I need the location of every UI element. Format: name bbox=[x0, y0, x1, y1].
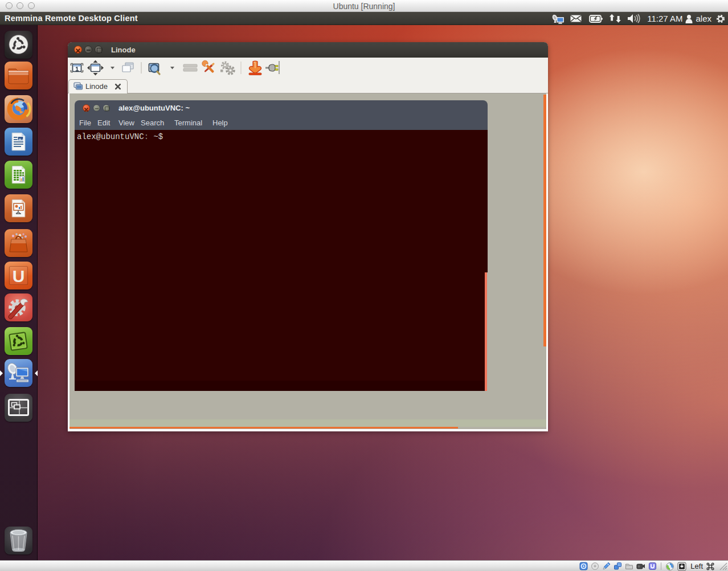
svg-text:U: U bbox=[13, 267, 25, 286]
